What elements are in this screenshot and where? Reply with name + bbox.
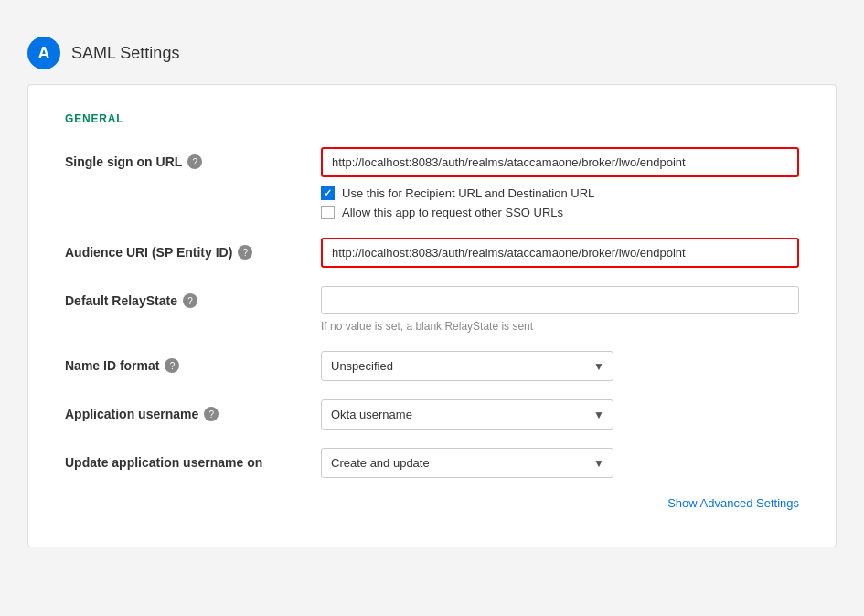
recipient-url-checkbox[interactable] [321, 186, 335, 200]
update-username-row: Update application username on Create an… [65, 448, 799, 478]
relay-state-input[interactable] [321, 286, 799, 314]
audience-uri-input[interactable] [321, 238, 799, 268]
update-username-select[interactable]: Create and update Create only [321, 448, 613, 478]
recipient-url-checkbox-row: Use this for Recipient URL and Destinati… [321, 186, 799, 200]
avatar: A [27, 37, 60, 69]
update-username-content: Create and update Create only ▼ [321, 448, 799, 478]
application-username-select-wrapper: Okta username Email Custom ▼ [321, 399, 613, 430]
single-sign-on-url-label: Single sign on URL [65, 154, 182, 169]
update-username-label-col: Update application username on [65, 448, 321, 470]
application-username-help-icon[interactable]: ? [204, 407, 219, 421]
header: A SAML Settings [27, 27, 837, 84]
application-username-row: Application username ? Okta username Ema… [65, 399, 799, 430]
audience-uri-row: Audience URI (SP Entity ID) ? [65, 238, 799, 268]
relay-state-content: If no value is set, a blank RelayState i… [321, 286, 799, 333]
audience-uri-label-col: Audience URI (SP Entity ID) ? [65, 238, 321, 260]
audience-uri-help-icon[interactable]: ? [238, 245, 252, 260]
relay-state-label: Default RelayState [65, 293, 177, 308]
name-id-format-content: Unspecified EmailAddress X509SubjectName… [321, 351, 799, 381]
page-title: SAML Settings [71, 44, 179, 63]
name-id-format-help-icon[interactable]: ? [165, 358, 179, 373]
application-username-label: Application username [65, 407, 198, 421]
audience-uri-label: Audience URI (SP Entity ID) [65, 245, 232, 260]
single-sign-on-url-help-icon[interactable]: ? [187, 154, 202, 169]
relay-state-label-col: Default RelayState ? [65, 286, 321, 308]
relay-state-row: Default RelayState ? If no value is set,… [65, 286, 799, 333]
name-id-format-row: Name ID format ? Unspecified EmailAddres… [65, 351, 799, 381]
show-advanced-settings-link[interactable]: Show Advanced Settings [667, 496, 799, 510]
application-username-select[interactable]: Okta username Email Custom [321, 399, 613, 430]
relay-state-hint: If no value is set, a blank RelayState i… [321, 320, 799, 333]
allow-sso-urls-checkbox-label: Allow this app to request other SSO URLs [342, 206, 563, 219]
update-username-select-wrapper: Create and update Create only ▼ [321, 448, 613, 478]
single-sign-on-url-input[interactable] [321, 147, 799, 177]
name-id-format-select[interactable]: Unspecified EmailAddress X509SubjectName… [321, 351, 613, 381]
advanced-settings-row: Show Advanced Settings [65, 496, 799, 510]
saml-settings-card: GENERAL Single sign on URL ? Use this fo… [27, 84, 837, 547]
name-id-format-select-wrapper: Unspecified EmailAddress X509SubjectName… [321, 351, 613, 381]
allow-sso-urls-checkbox[interactable] [321, 206, 335, 219]
name-id-format-label: Name ID format [65, 358, 159, 373]
relay-state-help-icon[interactable]: ? [183, 293, 197, 308]
page-wrapper: A SAML Settings GENERAL Single sign on U… [18, 18, 846, 616]
update-username-label: Update application username on [65, 455, 262, 470]
single-sign-on-url-label-col: Single sign on URL ? [65, 147, 321, 169]
allow-sso-urls-checkbox-row: Allow this app to request other SSO URLs [321, 206, 799, 219]
recipient-url-checkbox-label: Use this for Recipient URL and Destinati… [342, 186, 594, 200]
single-sign-on-url-row: Single sign on URL ? Use this for Recipi… [65, 147, 799, 219]
application-username-content: Okta username Email Custom ▼ [321, 399, 799, 430]
single-sign-on-url-content: Use this for Recipient URL and Destinati… [321, 147, 799, 219]
section-label: GENERAL [65, 112, 799, 125]
audience-uri-content [321, 238, 799, 268]
application-username-label-col: Application username ? [65, 399, 321, 421]
name-id-format-label-col: Name ID format ? [65, 351, 321, 373]
